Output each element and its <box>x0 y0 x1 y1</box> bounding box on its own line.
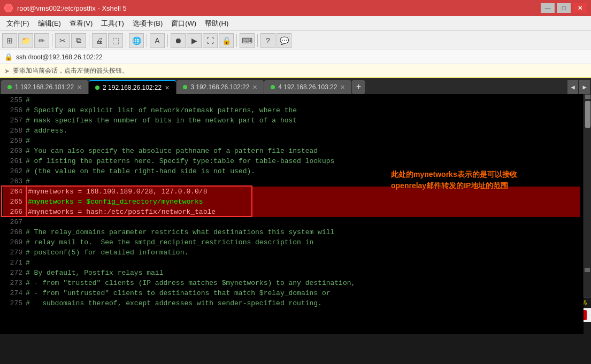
hint-text: 要添加当前会话，点击左侧的箭头按钮。 <box>13 66 128 75</box>
line-274: 274 # - from "untrusted" clients to dest… <box>3 288 580 298</box>
tab-nav: ◀ ▶ <box>567 80 590 94</box>
toolbar-open[interactable]: 📁 <box>18 33 33 48</box>
line-257: 257 # mask specifies the number of bits … <box>3 115 580 126</box>
title-bar: root@vms002:/etc/postfix - Xshell 5 — □ … <box>0 0 591 16</box>
toolbar-copy[interactable]: ⧉ <box>71 33 86 48</box>
tab-label-3: 3 192.168.26.102:22 <box>190 83 249 91</box>
maximize-button[interactable]: □ <box>557 3 571 13</box>
line-256: 256 # Specify an explicit list of networ… <box>3 105 580 115</box>
line-261: 261 # of listing the patterns here. Spec… <box>3 156 580 166</box>
title-text: root@vms002:/etc/postfix - Xshell 5 <box>17 4 127 12</box>
line-259: 259 # <box>3 136 580 146</box>
toolbar-print[interactable]: 🖨 <box>92 33 107 48</box>
toolbar-help[interactable]: ? <box>260 33 275 48</box>
menu-tab[interactable]: 选项卡(B) <box>128 18 167 29</box>
tabs-bar: 1 192.168.26.101:22 ✕ 2 192.168.26.102:2… <box>0 78 591 94</box>
tab-dot-3 <box>183 85 187 89</box>
line-272: 272 # By default, Postfix relays mail <box>3 268 580 278</box>
line-269: 269 # relay mail to. See the smtpd_recip… <box>3 237 580 247</box>
menu-file[interactable]: 文件(F) <box>2 18 34 29</box>
tab-3[interactable]: 3 192.168.26.102:22 ✕ <box>176 80 264 94</box>
tab-label-2: 2 192.168.26.102:22 <box>103 84 162 91</box>
tab-2[interactable]: 2 192.168.26.102:22 ✕ <box>89 80 176 94</box>
tab-1[interactable]: 1 192.168.26.101:22 ✕ <box>1 80 88 94</box>
line-255: 255 # <box>3 95 580 105</box>
tab-next-button[interactable]: ▶ <box>579 80 590 94</box>
toolbar-globe[interactable]: 🌐 <box>129 33 144 48</box>
line-273: 273 # - from "trusted" clients (IP addre… <box>3 278 580 288</box>
toolbar-key[interactable]: ⌨ <box>240 33 255 48</box>
tab-close-1[interactable]: ✕ <box>77 84 82 91</box>
line-275: 275 # subdomains thereof, except address… <box>3 298 580 308</box>
menu-view[interactable]: 查看(V) <box>65 18 97 29</box>
line-260: 260 # You can also specify the absolute … <box>3 146 580 156</box>
tab-add-button[interactable]: + <box>352 80 365 94</box>
menu-tools[interactable]: 工具(T) <box>97 18 128 29</box>
line-258: 258 # address. <box>3 126 580 136</box>
addr-icon: 🔒 <box>4 53 13 61</box>
app-icon <box>4 4 13 12</box>
toolbar-rec[interactable]: ⏺ <box>171 33 186 48</box>
terminal-scrollbar[interactable] <box>584 94 591 297</box>
tab-prev-button[interactable]: ◀ <box>567 80 578 94</box>
toolbar-chat[interactable]: 💬 <box>277 33 291 48</box>
line-266: 266 #mynetworks = hash:/etc/postfix/netw… <box>3 207 580 217</box>
menu-help[interactable]: 帮助(H) <box>201 18 233 29</box>
address-bar: 🔒 ssh://root@192.168.26.102:22 <box>0 50 591 64</box>
toolbar-lock[interactable]: 🔒 <box>219 33 234 48</box>
minimize-button[interactable]: — <box>541 3 555 13</box>
toolbar-new[interactable]: ⊞ <box>2 33 17 48</box>
toolbar-font[interactable]: A <box>150 33 165 48</box>
tab-close-2[interactable]: ✕ <box>165 84 170 91</box>
line-271: 271 # <box>3 258 580 268</box>
tab-dot-2 <box>95 86 99 90</box>
annotation-text: 此处的mynetworks表示的是可以接收openrelay邮件转发的IP地址的… <box>391 169 541 191</box>
toolbar-edit[interactable]: ✏ <box>34 33 49 48</box>
tab-close-3[interactable]: ✕ <box>252 84 257 91</box>
toolbar-expand[interactable]: ⛶ <box>203 33 218 48</box>
toolbar-play[interactable]: ▶ <box>187 33 202 48</box>
tab-label-1: 1 192.168.26.101:22 <box>15 83 74 91</box>
tab-dot-4 <box>271 85 275 89</box>
menu-window[interactable]: 窗口(W) <box>167 18 201 29</box>
toolbar: ⊞ 📁 ✏ ✂ ⧉ 🖨 ⬚ 🌐 A ⏺ ▶ ⛶ 🔒 ⌨ ? 💬 <box>0 31 591 50</box>
tab-label-4: 4 192.168.26.103:22 <box>278 83 337 91</box>
menu-edit[interactable]: 编辑(E) <box>34 18 65 29</box>
tab-dot-1 <box>7 85 12 89</box>
line-270: 270 # postconf(5) for detailed informati… <box>3 247 580 258</box>
toolbar-print2[interactable]: ⬚ <box>108 33 123 48</box>
hint-bar: ➤ 要添加当前会话，点击左侧的箭头按钮。 <box>0 64 591 78</box>
line-265: 265 #mynetworks = $config_directory/myne… <box>3 197 580 207</box>
close-button[interactable]: ✕ <box>573 3 587 13</box>
line-268: 268 # The relay_domains parameter restri… <box>3 227 580 237</box>
tab-4[interactable]: 4 192.168.26.103:22 ✕ <box>264 80 351 94</box>
terminal[interactable]: 255 # 256 # Specify an explicit list of … <box>0 94 584 334</box>
line-267: 267 <box>3 217 580 227</box>
tab-close-4[interactable]: ✕ <box>340 84 345 91</box>
menu-bar: 文件(F) 编辑(E) 查看(V) 工具(T) 选项卡(B) 窗口(W) 帮助(… <box>0 16 591 31</box>
hint-arrow-icon: ➤ <box>4 67 10 75</box>
window-controls: — □ ✕ <box>541 3 587 13</box>
toolbar-cut[interactable]: ✂ <box>55 33 70 48</box>
addr-text: ssh://root@192.168.26.102:22 <box>16 53 103 61</box>
